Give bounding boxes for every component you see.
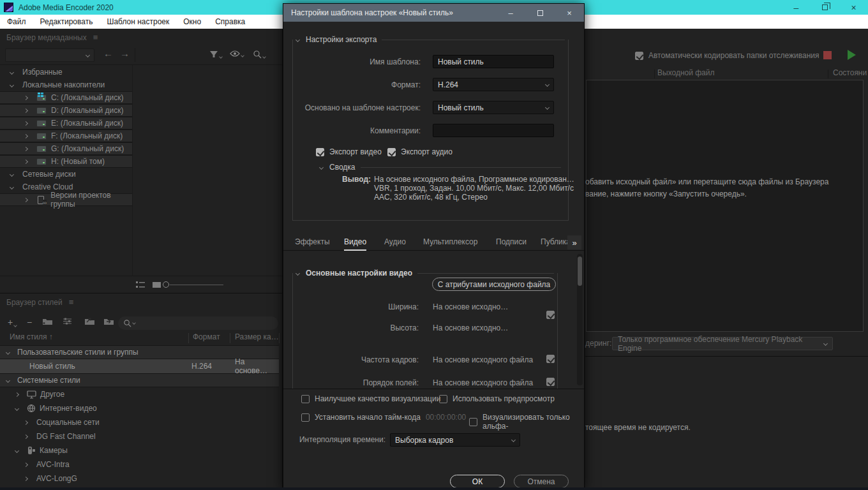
- tab-multiplexer[interactable]: Мультиплексор: [423, 237, 477, 249]
- chevron-right-icon[interactable]: [24, 420, 28, 424]
- tab-video[interactable]: Видео: [344, 237, 366, 251]
- preset-row-other[interactable]: Другое: [0, 387, 279, 401]
- chevron-right-icon[interactable]: [24, 198, 28, 202]
- tree-item-network-drives[interactable]: Сетевые диски: [0, 168, 76, 181]
- dialog-maximize-button[interactable]: [525, 4, 555, 22]
- chevron-down-icon[interactable]: [6, 350, 10, 354]
- chevron-right-icon[interactable]: [15, 392, 19, 396]
- filter-icon[interactable]: [209, 50, 222, 59]
- forward-icon[interactable]: →: [120, 48, 130, 59]
- link-width-height-checkbox[interactable]: [546, 311, 555, 319]
- preset-group-system[interactable]: Системные стили: [0, 373, 279, 387]
- chevron-right-icon[interactable]: [24, 133, 28, 138]
- chevron-right-icon[interactable]: [24, 95, 28, 100]
- window-restore-button[interactable]: [811, 0, 839, 15]
- tab-audio[interactable]: Аудио: [384, 237, 406, 249]
- export-audio-checkbox[interactable]: [387, 148, 396, 156]
- apply-preset-to-queue-icon[interactable]: [103, 317, 114, 325]
- tree-item-drive-h[interactable]: H: (Новый том): [0, 155, 132, 168]
- menu-help[interactable]: Справка: [208, 15, 252, 29]
- preset-settings-icon[interactable]: [63, 317, 72, 325]
- chevron-right-icon[interactable]: [24, 476, 28, 480]
- cancel-button[interactable]: Отмена: [514, 475, 569, 488]
- search-icon[interactable]: [253, 50, 266, 59]
- preset-row-avc-longg[interactable]: AVC-LongG: [0, 471, 279, 486]
- column-name[interactable]: Имя стиля ↑: [10, 332, 53, 341]
- column-status[interactable]: Состояни: [833, 68, 867, 77]
- chevron-right-icon[interactable]: [24, 159, 28, 163]
- zoom-slider-track[interactable]: [170, 285, 223, 285]
- alpha-only-checkbox[interactable]: [469, 418, 477, 426]
- ok-button[interactable]: ОК: [450, 475, 505, 488]
- interp-dropdown[interactable]: Выборка кадров: [390, 433, 520, 447]
- chevron-down-icon[interactable]: [10, 172, 14, 176]
- tree-item-drive-c[interactable]: C: (Локальный диск): [0, 91, 132, 104]
- preset-row-web-video[interactable]: Интернет-видео: [0, 401, 279, 415]
- preset-row-avc-intra[interactable]: AVC-Intra: [0, 457, 279, 471]
- menu-preset[interactable]: Шаблон настроек: [100, 15, 176, 29]
- zoom-slider-handle[interactable]: [163, 281, 169, 288]
- tree-item-drive-g[interactable]: G: (Локальный диск): [0, 142, 132, 155]
- new-group-icon[interactable]: [42, 317, 53, 325]
- preset-row-dg-fast-channel[interactable]: DG Fast Channel: [0, 429, 279, 443]
- chevron-right-icon[interactable]: [24, 462, 28, 466]
- comments-input[interactable]: [433, 124, 554, 137]
- list-view-icon[interactable]: [135, 281, 146, 289]
- chevron-right-icon[interactable]: [24, 434, 28, 438]
- set-timecode-checkbox[interactable]: [301, 413, 310, 422]
- fieldorder-source-checkbox[interactable]: [546, 378, 555, 386]
- preset-row-cameras[interactable]: Камеры: [0, 443, 279, 457]
- view-eye-icon[interactable]: [230, 50, 244, 57]
- scrollbar-thumb[interactable]: [578, 256, 582, 286]
- chevron-down-icon[interactable]: [10, 70, 14, 74]
- dialog-minimize-button[interactable]: –: [496, 4, 525, 22]
- match-source-button[interactable]: С атрибутами исходного файла: [432, 278, 556, 291]
- media-source-dropdown[interactable]: [5, 48, 94, 62]
- chevron-down-icon[interactable]: [10, 82, 14, 87]
- window-close-button[interactable]: ×: [839, 0, 868, 15]
- queue-drop-area[interactable]: [586, 80, 864, 332]
- tree-item-drive-f[interactable]: F: (Локальный диск): [0, 130, 132, 142]
- remove-preset-icon[interactable]: −: [27, 317, 32, 327]
- chevron-down-icon[interactable]: [296, 271, 300, 275]
- menu-file[interactable]: Файл: [0, 15, 33, 29]
- thumbnail-view-icon[interactable]: [152, 281, 161, 289]
- based-on-dropdown[interactable]: Новый стиль: [433, 101, 554, 114]
- preset-name-input[interactable]: [433, 55, 554, 68]
- column-size[interactable]: Размер ка…: [235, 332, 279, 341]
- start-queue-button[interactable]: [848, 50, 856, 60]
- framerate-source-checkbox[interactable]: [546, 355, 555, 363]
- preset-row-new-style[interactable]: Новый стиль H.264 На основе…: [0, 359, 279, 373]
- renderer-dropdown[interactable]: Только программное обеспечение Mercury P…: [612, 337, 833, 350]
- back-icon[interactable]: ←: [103, 48, 113, 59]
- chevron-down-icon[interactable]: [15, 406, 19, 410]
- tree-item-local-drives[interactable]: Локальные накопители: [0, 78, 105, 91]
- chevron-down-icon[interactable]: [6, 378, 10, 382]
- menu-edit[interactable]: Редактировать: [33, 15, 100, 29]
- menu-window[interactable]: Окно: [176, 15, 208, 29]
- auto-encode-checkbox[interactable]: [635, 52, 643, 60]
- tab-effects[interactable]: Эффекты: [295, 237, 330, 249]
- tree-item-drive-e[interactable]: E: (Локальный диск): [0, 117, 132, 130]
- chevron-right-icon[interactable]: [24, 108, 28, 112]
- tab-overflow-icon[interactable]: »: [567, 235, 581, 249]
- chevron-down-icon[interactable]: [319, 165, 324, 169]
- use-preview-checkbox[interactable]: [439, 395, 447, 403]
- preset-row-social[interactable]: Социальные сети: [0, 415, 279, 429]
- column-output-file[interactable]: Выходной файл: [657, 68, 715, 77]
- dialog-close-button[interactable]: ×: [555, 4, 584, 22]
- panel-menu-icon[interactable]: ≡: [69, 297, 74, 307]
- add-preset-icon[interactable]: +: [8, 317, 17, 327]
- chevron-down-icon[interactable]: [296, 37, 300, 41]
- tree-item-drive-d[interactable]: D: (Локальный диск): [0, 104, 132, 117]
- column-format[interactable]: Формат: [193, 332, 220, 341]
- apply-preset-to-source-icon[interactable]: [84, 317, 95, 325]
- chevron-down-icon[interactable]: [15, 448, 19, 452]
- stop-queue-button[interactable]: [823, 51, 832, 59]
- best-quality-checkbox[interactable]: [301, 395, 310, 403]
- tree-item-favorites[interactable]: Избранные: [0, 66, 63, 78]
- preset-search-input[interactable]: [118, 316, 278, 330]
- tab-captions[interactable]: Подписи: [496, 237, 527, 249]
- format-dropdown[interactable]: H.264: [433, 78, 554, 91]
- chevron-right-icon[interactable]: [24, 146, 28, 151]
